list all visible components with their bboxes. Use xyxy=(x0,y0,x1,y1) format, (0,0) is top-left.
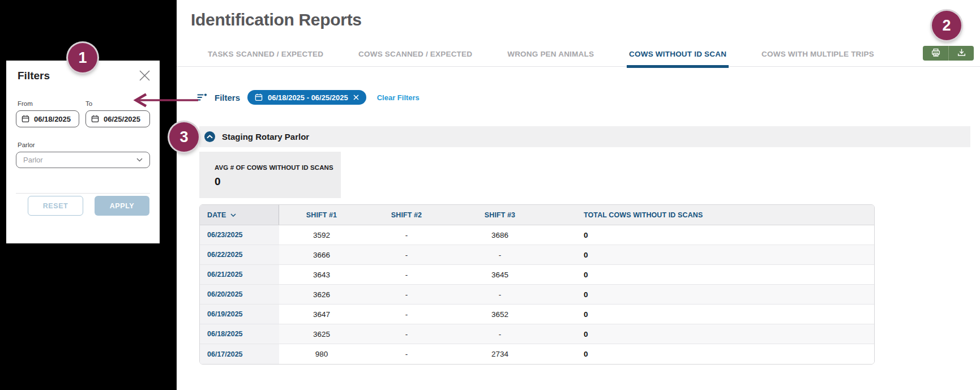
tab-label: TASKS SCANNED / EXPECTED xyxy=(208,50,323,58)
shift3-value: 3652 xyxy=(449,305,551,324)
main-content: Identification Reports TASKS SCANNED / E… xyxy=(177,0,980,390)
calendar-icon xyxy=(22,115,29,123)
calendar-icon xyxy=(91,115,99,123)
collapse-chevron-icon[interactable] xyxy=(204,131,215,142)
shift3-value: - xyxy=(449,324,551,344)
tab-label: WRONG PEN ANIMALS xyxy=(507,50,594,58)
table-row: 06/18/20253625--0 xyxy=(200,324,874,344)
avg-cows-card: AVG # OF COWS WITHOUT ID SCANS 0 xyxy=(199,152,341,198)
shift3-value: 2734 xyxy=(449,344,551,364)
reset-button[interactable]: RESET xyxy=(28,196,83,216)
shift2-value: - xyxy=(364,324,449,344)
date-link[interactable]: 06/18/2025 xyxy=(200,324,279,344)
filters-bar: Filters 06/18/2025 - 06/25/2025 Clear Fi… xyxy=(197,90,420,105)
column-header-shift1: SHIFT #1 xyxy=(279,205,364,225)
to-label: To xyxy=(85,100,92,107)
to-date-field[interactable]: 06/25/2025 xyxy=(85,110,150,127)
date-link[interactable]: 06/21/2025 xyxy=(200,265,279,284)
panel-divider xyxy=(16,193,150,194)
tab-label: COWS WITHOUT ID SCAN xyxy=(629,50,726,58)
shift3-value: - xyxy=(449,245,551,264)
table-row: 06/17/2025980-27340 xyxy=(200,344,874,364)
table-row: 06/19/20253647-36520 xyxy=(200,305,874,324)
sort-chevron-icon xyxy=(230,213,236,217)
total-value: 0 xyxy=(551,324,874,344)
shift2-value: - xyxy=(364,225,449,245)
tab-cows-with-multiple-trips[interactable]: COWS WITH MULTIPLE TRIPS xyxy=(761,50,874,66)
shift1-value: 3647 xyxy=(279,305,364,324)
shift1-value: 3625 xyxy=(279,324,364,344)
export-actions xyxy=(923,46,974,61)
panel-buttons: RESET APPLY xyxy=(28,196,149,216)
date-range-chip[interactable]: 06/18/2025 - 06/25/2025 xyxy=(247,90,366,105)
shift1-value: 980 xyxy=(279,344,364,364)
active-tab-underline xyxy=(627,65,729,68)
shift1-value: 3643 xyxy=(279,265,364,284)
table-row: 06/21/20253643-36450 xyxy=(200,265,874,285)
section-title: Staging Rotary Parlor xyxy=(222,132,309,142)
shift3-value: 3686 xyxy=(449,225,551,245)
chevron-down-icon xyxy=(136,158,143,162)
tab-label: COWS WITH MULTIPLE TRIPS xyxy=(761,50,874,58)
total-value: 0 xyxy=(551,265,874,284)
filters-panel-title: Filters xyxy=(18,70,50,82)
shift2-value: - xyxy=(364,305,449,324)
filters-panel: Filters From To 06/18/2025 06/25/ xyxy=(6,61,160,243)
total-value: 0 xyxy=(551,285,874,304)
date-link[interactable]: 06/19/2025 xyxy=(200,305,279,324)
printer-icon xyxy=(931,48,940,59)
date-link[interactable]: 06/22/2025 xyxy=(200,245,279,264)
shift1-value: 3666 xyxy=(279,245,364,264)
download-button[interactable] xyxy=(948,46,974,61)
chip-remove-icon[interactable] xyxy=(353,95,359,100)
shift3-value: - xyxy=(449,285,551,304)
date-range-chip-label: 06/18/2025 - 06/25/2025 xyxy=(268,93,348,102)
parlor-label: Parlor xyxy=(18,142,35,148)
tab-bar: TASKS SCANNED / EXPECTEDCOWS SCANNED / E… xyxy=(177,40,980,67)
column-header-date-label: DATE xyxy=(207,211,226,219)
cows-without-id-table: DATE SHIFT #1 SHIFT #2 SHIFT #3 TOTAL CO… xyxy=(199,204,875,365)
table-body: 06/23/20253592-3686006/22/20253666--006/… xyxy=(200,225,874,364)
close-icon[interactable] xyxy=(139,70,151,82)
tab-label: COWS SCANNED / EXPECTED xyxy=(358,50,472,58)
total-value: 0 xyxy=(551,225,874,245)
avg-cows-value: 0 xyxy=(215,175,335,188)
calendar-icon xyxy=(255,93,263,101)
section-header-staging-rotary-parlor[interactable]: Staging Rotary Parlor xyxy=(199,126,970,147)
annotation-badge-3: 3 xyxy=(169,122,199,152)
annotation-badge-2: 2 xyxy=(932,11,961,40)
tab-wrong-pen-animals[interactable]: WRONG PEN ANIMALS xyxy=(507,50,594,66)
from-date-value: 06/18/2025 xyxy=(34,115,71,123)
from-label: From xyxy=(18,100,33,107)
date-link[interactable]: 06/20/2025 xyxy=(200,285,279,304)
column-header-shift2: SHIFT #2 xyxy=(364,205,449,225)
shift1-value: 3626 xyxy=(279,285,364,304)
shift3-value: 3645 xyxy=(449,265,551,284)
total-value: 0 xyxy=(551,305,874,324)
download-icon xyxy=(957,48,966,58)
tab-tasks-scanned-expected[interactable]: TASKS SCANNED / EXPECTED xyxy=(208,50,323,66)
annotation-badge-1: 1 xyxy=(68,43,97,72)
print-button[interactable] xyxy=(923,46,948,61)
date-link[interactable]: 06/17/2025 xyxy=(200,344,279,364)
shift2-value: - xyxy=(364,344,449,364)
clear-filters-link[interactable]: Clear Filters xyxy=(377,93,420,102)
total-value: 0 xyxy=(551,245,874,264)
column-header-date[interactable]: DATE xyxy=(200,205,279,225)
tab-cows-scanned-expected[interactable]: COWS SCANNED / EXPECTED xyxy=(358,50,472,66)
column-header-shift3: SHIFT #3 xyxy=(449,205,551,225)
tab-cows-without-id-scan[interactable]: COWS WITHOUT ID SCAN xyxy=(629,50,726,66)
from-date-field[interactable]: 06/18/2025 xyxy=(16,110,79,127)
date-link[interactable]: 06/23/2025 xyxy=(200,225,279,245)
parlor-select-placeholder: Parlor xyxy=(23,156,43,164)
apply-button[interactable]: APPLY xyxy=(95,196,149,216)
filters-bar-label: Filters xyxy=(215,93,240,102)
to-date-value: 06/25/2025 xyxy=(104,115,140,123)
shift2-value: - xyxy=(364,285,449,304)
table-header-row: DATE SHIFT #1 SHIFT #2 SHIFT #3 TOTAL CO… xyxy=(200,205,874,225)
page-title: Identification Reports xyxy=(191,10,362,29)
parlor-select[interactable]: Parlor xyxy=(16,152,150,168)
shift2-value: - xyxy=(364,245,449,264)
annotation-arrow-left xyxy=(131,93,200,108)
column-header-total: TOTAL COWS WITHOUT ID SCANS xyxy=(551,205,874,225)
